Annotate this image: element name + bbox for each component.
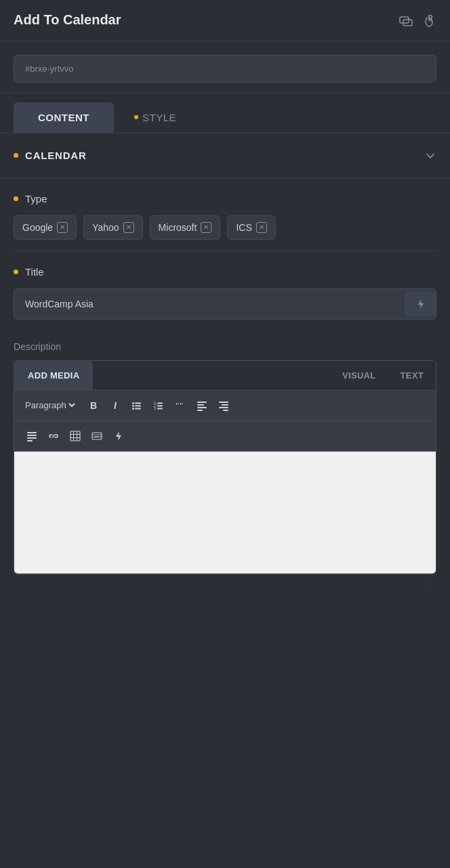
title-input[interactable] bbox=[14, 289, 405, 319]
svg-rect-4 bbox=[135, 402, 141, 404]
tag-microsoft-close[interactable]: ✕ bbox=[201, 222, 211, 233]
editor-tab-text[interactable]: TEXT bbox=[388, 361, 436, 390]
svg-rect-38 bbox=[100, 434, 101, 435]
svg-text:": " bbox=[176, 400, 179, 410]
align-left-button[interactable] bbox=[192, 396, 211, 415]
tag-ics[interactable]: ICS ✕ bbox=[227, 215, 275, 240]
description-section: Description ADD MEDIA VISUAL TEXT Paragr… bbox=[14, 330, 436, 588]
gesture-icon[interactable] bbox=[422, 12, 436, 28]
type-field-section: Type Google ✕ Yahoo ✕ Microsoft ✕ ICS ✕ bbox=[14, 178, 436, 251]
svg-rect-6 bbox=[135, 405, 141, 406]
editor-tab-add-media[interactable]: ADD MEDIA bbox=[14, 361, 93, 390]
calendar-dot bbox=[14, 153, 18, 158]
title-input-row bbox=[14, 288, 436, 320]
svg-rect-22 bbox=[222, 404, 228, 406]
tag-yahoo[interactable]: Yahoo ✕ bbox=[83, 215, 142, 240]
svg-rect-18 bbox=[197, 404, 204, 406]
paragraph-select[interactable]: Paragraph Heading 1 Heading 2 Heading 3 bbox=[22, 399, 77, 411]
svg-rect-34 bbox=[92, 433, 102, 439]
tag-yahoo-close[interactable]: ✕ bbox=[123, 222, 134, 233]
svg-point-7 bbox=[132, 408, 134, 410]
svg-rect-26 bbox=[27, 435, 37, 436]
svg-point-5 bbox=[132, 405, 134, 407]
style-dot bbox=[134, 115, 138, 119]
bold-button[interactable]: B bbox=[84, 396, 103, 415]
table-button[interactable] bbox=[66, 427, 85, 446]
svg-rect-20 bbox=[197, 410, 203, 411]
svg-rect-12 bbox=[157, 405, 163, 406]
align-right-button[interactable] bbox=[214, 396, 233, 415]
tag-microsoft[interactable]: Microsoft ✕ bbox=[150, 215, 221, 240]
unordered-list-button[interactable] bbox=[127, 396, 146, 415]
link-button[interactable] bbox=[44, 427, 63, 446]
svg-rect-29 bbox=[70, 431, 80, 441]
svg-rect-28 bbox=[27, 440, 33, 441]
main-content: Type Google ✕ Yahoo ✕ Microsoft ✕ ICS ✕ bbox=[0, 178, 450, 588]
bolt-toolbar-button[interactable] bbox=[109, 427, 128, 446]
italic-button[interactable]: I bbox=[106, 396, 125, 415]
element-id-input[interactable] bbox=[14, 55, 436, 83]
svg-rect-39 bbox=[94, 436, 95, 437]
calendar-header-left: CALENDAR bbox=[14, 150, 87, 161]
svg-rect-17 bbox=[197, 402, 207, 403]
svg-rect-35 bbox=[94, 434, 95, 435]
svg-rect-23 bbox=[219, 407, 228, 408]
title-field-section: Title bbox=[14, 251, 436, 330]
header: Add To Calendar bbox=[0, 0, 450, 41]
type-tags-row: Google ✕ Yahoo ✕ Microsoft ✕ ICS ✕ bbox=[14, 215, 436, 240]
description-label: Description bbox=[14, 341, 436, 352]
title-dynamic-button[interactable] bbox=[405, 292, 436, 316]
overlap-icon[interactable] bbox=[398, 12, 413, 28]
tabs-section: CONTENT STYLE bbox=[0, 93, 450, 133]
blockquote-button[interactable]: " " bbox=[171, 396, 190, 415]
calendar-section-header: CALENDAR bbox=[0, 133, 450, 178]
svg-text:": " bbox=[180, 400, 183, 410]
svg-rect-25 bbox=[27, 432, 37, 433]
ordered-list-button[interactable]: 1. 2. 3. bbox=[149, 396, 168, 415]
title-label-row: Title bbox=[14, 266, 436, 278]
tag-google-close[interactable]: ✕ bbox=[57, 222, 68, 233]
calendar-label: CALENDAR bbox=[25, 150, 87, 161]
toolbar-row1: Paragraph Heading 1 Heading 2 Heading 3 … bbox=[14, 391, 436, 421]
editor-tabs: ADD MEDIA VISUAL TEXT bbox=[14, 361, 436, 391]
svg-rect-19 bbox=[197, 407, 207, 408]
tab-content[interactable]: CONTENT bbox=[14, 102, 114, 133]
header-icons bbox=[398, 12, 436, 28]
title-label: Title bbox=[25, 266, 44, 278]
toolbar-row2 bbox=[14, 421, 436, 452]
svg-rect-27 bbox=[27, 437, 37, 439]
tab-style[interactable]: STYLE bbox=[114, 102, 197, 133]
page-title: Add To Calendar bbox=[14, 12, 121, 28]
resize-dots-icon: ⋱ bbox=[424, 578, 431, 585]
chevron-down-icon[interactable] bbox=[424, 148, 436, 162]
id-section bbox=[0, 41, 450, 93]
svg-point-2 bbox=[429, 15, 432, 18]
editor-content-area[interactable] bbox=[14, 452, 436, 573]
type-dot bbox=[14, 196, 18, 201]
editor-resize-handle[interactable]: ⋱ bbox=[14, 574, 436, 588]
svg-rect-41 bbox=[100, 436, 101, 437]
svg-rect-37 bbox=[98, 434, 99, 435]
svg-rect-24 bbox=[223, 410, 228, 411]
keyboard-button[interactable] bbox=[87, 427, 106, 446]
svg-rect-40 bbox=[95, 436, 99, 437]
title-dot bbox=[14, 269, 18, 274]
editor-tab-visual[interactable]: VISUAL bbox=[330, 361, 388, 390]
svg-rect-36 bbox=[96, 434, 97, 435]
svg-text:3.: 3. bbox=[154, 406, 157, 410]
tag-ics-close[interactable]: ✕ bbox=[256, 222, 267, 233]
align-justify-button[interactable] bbox=[22, 427, 41, 446]
svg-rect-21 bbox=[219, 402, 228, 403]
tag-google[interactable]: Google ✕ bbox=[14, 215, 77, 240]
type-label-row: Type bbox=[14, 193, 436, 204]
svg-point-3 bbox=[132, 402, 134, 404]
type-label: Type bbox=[25, 193, 47, 204]
svg-rect-14 bbox=[157, 408, 163, 409]
svg-rect-10 bbox=[157, 402, 163, 404]
svg-rect-8 bbox=[135, 408, 141, 409]
editor-container: ADD MEDIA VISUAL TEXT Paragraph Heading … bbox=[14, 360, 436, 574]
